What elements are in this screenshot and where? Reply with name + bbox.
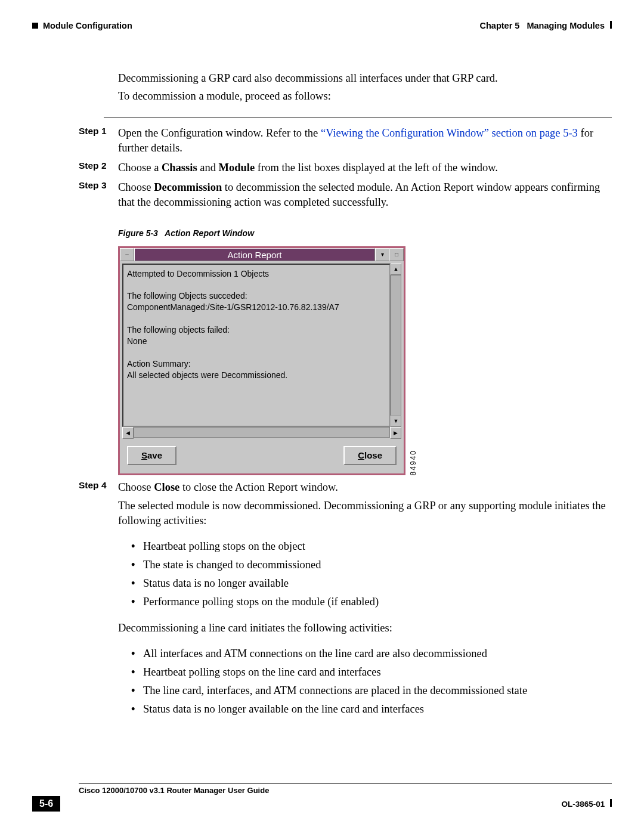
save-button[interactable]: Save: [127, 446, 177, 465]
config-window-link[interactable]: “Viewing the Configuration Window” secti…: [321, 127, 578, 139]
list-item: The state is changed to decommissioned: [131, 558, 612, 572]
action-report-window: – Action Report ▾ □ Attempted to Decommi…: [118, 246, 405, 475]
divider: [104, 117, 612, 117]
bullet-list-2: All interfaces and ATM connections on th…: [131, 646, 612, 717]
step-body: Choose a Chassis and Module from the lis…: [118, 158, 612, 178]
vertical-scrollbar[interactable]: ▲ ▼: [391, 264, 401, 427]
bullet-list-1: Heartbeat polling stops on the object Th…: [131, 539, 612, 609]
step-label: Step 4: [79, 478, 118, 724]
step-label: Step 1: [79, 123, 118, 158]
step-label: Step 3: [79, 178, 118, 478]
list-item: Performance polling stops on the module …: [131, 594, 612, 609]
horizontal-scrollbar[interactable]: ◀ ▶: [122, 427, 401, 438]
footer-guide: Cisco 12000/10700 v3.1 Router Manager Us…: [79, 786, 612, 795]
step-body: Choose Close to close the Action Report …: [118, 478, 612, 724]
step-body: Open the Configuration window. Refer to …: [118, 123, 612, 158]
step-label: Step 2: [79, 158, 118, 178]
header-section: Module Configuration: [43, 21, 132, 30]
step-body: Choose Decommission to decommission the …: [118, 178, 612, 478]
list-item: Status data is no longer available: [131, 576, 612, 591]
scroll-left-icon[interactable]: ◀: [122, 427, 134, 439]
close-button[interactable]: Close: [343, 446, 397, 465]
intro-block: Decommissioning a GRP card also decommis…: [118, 71, 612, 104]
footer-doc-id: OL-3865-01: [561, 800, 605, 809]
report-textarea: Attempted to Decommission 1 Objects The …: [122, 264, 391, 427]
header-square-icon: [32, 23, 38, 29]
page-number: 5-6: [32, 796, 60, 812]
footer-bar-icon: [610, 799, 612, 807]
list-item: Status data is no longer available on th…: [131, 702, 612, 717]
maximize-icon[interactable]: □: [389, 248, 404, 261]
window-menu-icon[interactable]: –: [120, 248, 134, 261]
steps-table: Step 1 Open the Configuration window. Re…: [79, 123, 612, 724]
figure-id: 84940: [408, 450, 418, 475]
scroll-right-icon[interactable]: ▶: [390, 427, 401, 439]
page-header: Module Configuration Chapter 5 Managing …: [32, 21, 612, 30]
figure-caption: Figure 5-3 Action Report Window: [118, 228, 612, 239]
intro-line1: Decommissioning a GRP card also decommis…: [118, 71, 612, 86]
list-item: The line card, interfaces, and ATM conne…: [131, 683, 612, 698]
intro-line2: To decommission a module, proceed as fol…: [118, 89, 612, 104]
scroll-up-icon[interactable]: ▲: [391, 264, 401, 275]
list-item: Heartbeat polling stops on the line card…: [131, 665, 612, 680]
page-footer: Cisco 12000/10700 v3.1 Router Manager Us…: [32, 783, 612, 812]
list-item: All interfaces and ATM connections on th…: [131, 646, 612, 661]
scroll-down-icon[interactable]: ▼: [391, 416, 401, 427]
header-chapter: Chapter 5: [479, 21, 519, 30]
list-item: Heartbeat polling stops on the object: [131, 539, 612, 554]
header-bar-icon: [610, 21, 612, 29]
header-title: Managing Modules: [527, 21, 605, 30]
minimize-icon[interactable]: ▾: [375, 248, 389, 261]
window-title: Action Report: [134, 248, 375, 261]
